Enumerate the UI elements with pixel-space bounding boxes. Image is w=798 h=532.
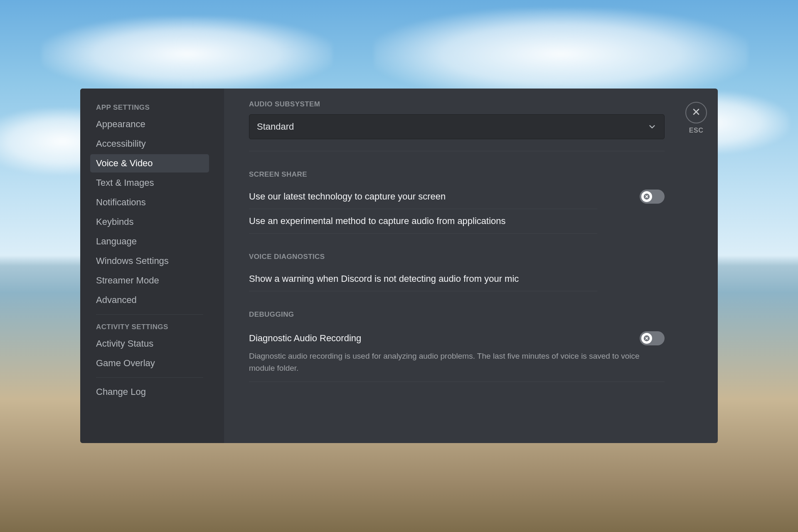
close-button[interactable] — [685, 102, 707, 123]
sidebar-header-app: APP SETTINGS — [90, 100, 209, 115]
sidebar-item-windows-settings[interactable]: Windows Settings — [90, 252, 209, 270]
chevron-down-icon — [648, 122, 657, 131]
section-header-debugging: DEBUGGING — [249, 310, 665, 319]
audio-subsystem-value: Standard — [257, 121, 294, 132]
divider — [249, 382, 665, 382]
sidebar-item-advanced[interactable]: Advanced — [90, 291, 209, 309]
sidebar-header-activity: ACTIVITY SETTINGS — [90, 320, 209, 335]
sidebar-item-notifications[interactable]: Notifications — [90, 193, 209, 212]
setting-row-experimental-audio-capture: Use an experimental method to capture au… — [249, 209, 597, 233]
section-header-voice-diagnostics: VOICE DIAGNOSTICS — [249, 253, 597, 261]
toggle-screen-capture[interactable] — [640, 190, 665, 204]
toggle-off-icon — [641, 333, 652, 344]
toggle-diagnostic-recording[interactable] — [640, 331, 665, 345]
sidebar-item-game-overlay[interactable]: Game Overlay — [90, 354, 209, 372]
sidebar-item-accessibility[interactable]: Accessibility — [90, 135, 209, 153]
sidebar-divider — [96, 377, 203, 378]
settings-modal: APP SETTINGS AppearanceAccessibilityVoic… — [80, 89, 718, 443]
setting-row-mic-warning: Show a warning when Discord is not detec… — [249, 267, 597, 291]
setting-row-diagnostic-recording: Diagnostic Audio Recording — [249, 325, 665, 349]
sidebar-item-streamer-mode[interactable]: Streamer Mode — [90, 271, 209, 290]
section-header-audio-subsystem: AUDIO SUBSYSTEM — [249, 100, 665, 108]
setting-label: Show a warning when Discord is not detec… — [249, 273, 519, 284]
toggle-off-icon — [641, 191, 652, 202]
sidebar-item-appearance[interactable]: Appearance — [90, 115, 209, 133]
section-header-screen-share: SCREEN SHARE — [249, 170, 665, 179]
settings-sidebar: APP SETTINGS AppearanceAccessibilityVoic… — [80, 89, 224, 443]
setting-label: Use an experimental method to capture au… — [249, 216, 506, 227]
esc-label: ESC — [684, 127, 709, 134]
close-icon — [691, 107, 701, 118]
close-area: ESC — [684, 102, 709, 134]
audio-subsystem-select[interactable]: Standard — [249, 114, 665, 139]
setting-row-screen-capture: Use our latest technology to capture you… — [249, 185, 665, 209]
setting-label: Diagnostic Audio Recording — [249, 333, 361, 344]
sidebar-item-keybinds[interactable]: Keybinds — [90, 213, 209, 231]
sidebar-divider — [96, 314, 203, 315]
sidebar-item-text-images[interactable]: Text & Images — [90, 174, 209, 192]
setting-label: Use our latest technology to capture you… — [249, 191, 446, 202]
sidebar-item-voice-video[interactable]: Voice & Video — [90, 154, 209, 172]
setting-description: Diagnostic audio recording is used for a… — [249, 350, 656, 374]
sidebar-item-language[interactable]: Language — [90, 232, 209, 251]
sidebar-item-change-log[interactable]: Change Log — [90, 383, 209, 401]
sidebar-item-activity-status[interactable]: Activity Status — [90, 335, 209, 353]
settings-content: AUDIO SUBSYSTEM Standard SCREEN SHARE Us… — [224, 89, 718, 443]
